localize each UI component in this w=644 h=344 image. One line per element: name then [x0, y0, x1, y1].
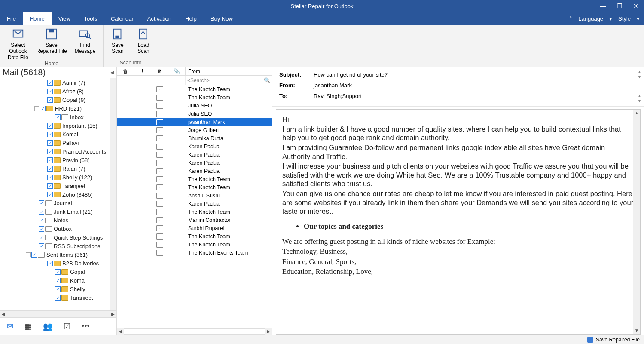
tree-item[interactable]: ✓Journal	[0, 199, 116, 207]
tasks-nav-icon[interactable]: ☑	[64, 322, 70, 331]
style-menu[interactable]: Style	[618, 15, 631, 22]
language-caret-icon[interactable]: ▾	[609, 15, 612, 22]
select-outlook-data-file-button[interactable]: Select Outlook Data File	[3, 26, 34, 61]
tree-item[interactable]: ✓Important (15)	[0, 121, 116, 130]
tree-checkbox[interactable]: ✓	[55, 278, 61, 283]
message-row[interactable]: The Knotch Team	[117, 93, 272, 101]
tree-item[interactable]: ✓Notes	[0, 216, 116, 224]
message-row[interactable]: Karen Padua	[117, 200, 272, 208]
message-row[interactable]: The Knotch Team	[117, 232, 272, 240]
tree-item[interactable]: ✓Rajan (7)	[0, 164, 116, 173]
message-row[interactable]: Karen Padua	[117, 167, 272, 175]
message-row[interactable]: The Knotch Team	[117, 175, 272, 183]
tree-checkbox[interactable]: ✓	[47, 157, 53, 163]
close-button[interactable]: ✕	[628, 0, 644, 12]
more-nav-icon[interactable]: •••	[82, 322, 90, 331]
col-from[interactable]: From	[186, 67, 272, 75]
tab-view[interactable]: View	[52, 12, 77, 25]
message-row[interactable]: The Knotch Team	[117, 240, 272, 249]
header-scroll-up-icon[interactable]: ▲	[638, 70, 641, 74]
body-scroll-down-icon[interactable]: ▼	[633, 327, 640, 334]
tree-vertical-scrollbar[interactable]	[110, 78, 116, 310]
tree-item[interactable]: ✓Taranieet	[0, 293, 116, 302]
tab-buynow[interactable]: Buy Now	[204, 12, 240, 25]
message-row[interactable]: Surbhi Ruparel	[117, 224, 272, 232]
tree-expander-icon[interactable]: -	[34, 106, 39, 111]
message-row[interactable]: Anshul Sushil	[117, 191, 272, 200]
tree-item[interactable]: ✓Taranjeet	[0, 181, 116, 190]
tree-checkbox[interactable]: ✓	[31, 252, 37, 258]
tab-activation[interactable]: Activation	[140, 12, 178, 25]
tree-item[interactable]: ✓Zoho (3485)	[0, 190, 116, 199]
search-icon[interactable]: 🔍	[264, 77, 270, 83]
message-row[interactable]: Jorge Gilbert	[117, 126, 272, 134]
tree-checkbox[interactable]: ✓	[39, 218, 44, 223]
scroll-left-icon[interactable]: ◀	[0, 312, 7, 316]
collapse-left-icon[interactable]: ◀	[110, 70, 114, 75]
message-row[interactable]: Karen Padua	[117, 142, 272, 150]
message-row[interactable]: Manini Contractor	[117, 216, 272, 224]
tree-checkbox[interactable]: ✓	[47, 80, 53, 86]
tree-checkbox[interactable]: ✓	[39, 226, 44, 232]
tree-item[interactable]: ✓Quick Step Settings	[0, 233, 116, 242]
col-attachment-icon[interactable]: 📎	[168, 67, 186, 75]
calendar-nav-icon[interactable]: ▦	[24, 322, 32, 331]
tree-checkbox[interactable]: ✓	[47, 183, 53, 189]
body-scroll-up-icon[interactable]: ▲	[633, 110, 640, 117]
tree-checkbox[interactable]: ✓	[47, 261, 53, 266]
col-delete-icon[interactable]: 🗑	[117, 67, 134, 75]
status-save-button[interactable]: Save Repaired File	[596, 337, 640, 343]
tree-item[interactable]: ✓Afroz (8)	[0, 87, 116, 95]
tab-file[interactable]: File	[0, 12, 23, 25]
tree-checkbox[interactable]: ✓	[55, 295, 61, 301]
tree-item[interactable]: ✓Gopal (9)	[0, 95, 116, 104]
tab-tools[interactable]: Tools	[77, 12, 104, 25]
tree-item[interactable]: ✓Gopal	[0, 267, 116, 276]
mail-nav-icon[interactable]: ✉	[7, 322, 13, 331]
tree-item[interactable]: ✓Junk Email (21)	[0, 207, 116, 216]
minimize-button[interactable]: —	[595, 0, 611, 12]
message-row[interactable]: jasanthan Mark	[117, 118, 272, 126]
tree-expander-icon[interactable]: -	[26, 252, 31, 257]
tree-item[interactable]: ✓Pallavi	[0, 138, 116, 147]
tree-checkbox[interactable]: ✓	[55, 269, 61, 275]
tree-item[interactable]: ✓RSS Subscriptions	[0, 242, 116, 250]
message-row[interactable]: Julia SEO	[117, 110, 272, 118]
header-scroll-down-icon[interactable]: ▼	[638, 75, 641, 79]
msglist-scroll-right-icon[interactable]: ▶	[265, 329, 272, 334]
col-read-icon[interactable]: 🗎	[151, 67, 168, 75]
msglist-scroll-left-icon[interactable]: ◀	[117, 329, 124, 334]
tree-item[interactable]: ✓Shelly (122)	[0, 173, 116, 181]
message-row[interactable]: The Knotch Team	[117, 85, 272, 93]
message-row[interactable]: The Knotch Team	[117, 183, 272, 191]
message-row[interactable]: Karen Padua	[117, 150, 272, 159]
tab-home[interactable]: Home	[23, 12, 52, 25]
tree-checkbox[interactable]: ✓	[47, 192, 53, 197]
tree-item[interactable]: ✓Aamir (7)	[0, 78, 116, 87]
tree-checkbox[interactable]: ✓	[39, 235, 44, 240]
tree-checkbox[interactable]: ✓	[47, 89, 53, 94]
tree-checkbox[interactable]: ✓	[55, 114, 61, 120]
tab-help[interactable]: Help	[178, 12, 204, 25]
scroll-right-icon[interactable]: ▶	[110, 312, 116, 316]
message-row[interactable]: The Knotch Team	[117, 208, 272, 216]
maximize-button[interactable]: ❐	[611, 0, 628, 12]
message-row[interactable]: The Knotch Events Team	[117, 249, 272, 257]
tree-item[interactable]: ✓B2B Deliveries	[0, 259, 116, 267]
tree-checkbox[interactable]: ✓	[47, 97, 53, 103]
tree-checkbox[interactable]: ✓	[40, 106, 46, 111]
message-row[interactable]: Karen Padua	[117, 159, 272, 167]
tree-checkbox[interactable]: ✓	[47, 149, 53, 154]
tree-item[interactable]: ✓Pravin (68)	[0, 156, 116, 164]
style-caret-icon[interactable]: ▾	[637, 15, 640, 22]
tree-checkbox[interactable]: ✓	[47, 123, 53, 129]
find-message-button[interactable]: Find Message	[70, 26, 101, 55]
tree-item[interactable]: ✓Shelly	[0, 285, 116, 293]
save-repaired-file-button[interactable]: Save Repaired File	[36, 26, 67, 55]
col-importance-icon[interactable]: !	[134, 67, 151, 75]
people-nav-icon[interactable]: 👥	[43, 322, 52, 331]
tree-item[interactable]: -✓Sent Items (361)	[0, 250, 116, 259]
message-list[interactable]: The Knotch TeamThe Knotch TeamJulia SEOJ…	[117, 85, 272, 328]
message-row[interactable]: Bhumika Dutta	[117, 134, 272, 142]
header-scroll-up2-icon[interactable]: ▲	[638, 94, 641, 98]
